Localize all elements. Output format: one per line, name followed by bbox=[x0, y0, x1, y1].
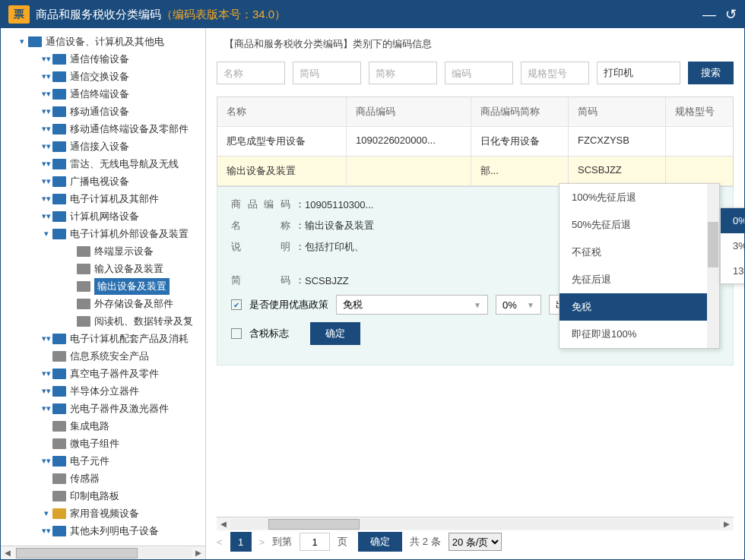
scroll-right-icon[interactable]: ► bbox=[192, 547, 205, 558]
tree-node[interactable]: ▾▾电子计算机及其部件 bbox=[1, 190, 205, 207]
tree-node[interactable]: ▾家用音视频设备 bbox=[1, 505, 205, 522]
dropdown-item[interactable]: 免税 bbox=[560, 293, 719, 321]
search-spec-input[interactable] bbox=[521, 62, 589, 84]
search-button[interactable]: 搜索 bbox=[688, 62, 734, 84]
dropdown-item[interactable]: 13% bbox=[721, 258, 744, 283]
tree-node[interactable]: ▾▾通信接入设备 bbox=[1, 138, 205, 155]
tree-node[interactable]: 信息系统安全产品 bbox=[1, 347, 205, 365]
tree-node[interactable]: ▾通信设备、计算机及其他电 bbox=[1, 33, 205, 50]
toggle-icon[interactable]: ▾▾ bbox=[40, 334, 52, 343]
rate-select[interactable]: 0%▼ bbox=[496, 295, 541, 315]
scroll-left-icon[interactable]: ◄ bbox=[217, 518, 230, 530]
pager-current[interactable]: 1 bbox=[230, 532, 252, 552]
dropdown-item[interactable]: 0% bbox=[721, 208, 744, 233]
tree-node[interactable]: ▾▾移动通信设备 bbox=[1, 103, 205, 120]
toggle-icon[interactable]: ▾▾ bbox=[40, 526, 52, 536]
toggle-icon[interactable]: ▾ bbox=[40, 508, 52, 518]
table-header: 名称 商品编码 商品编码简称 简码 规格型号 bbox=[217, 97, 733, 127]
minimize-icon[interactable]: — bbox=[702, 7, 716, 23]
tree-node[interactable]: 阅读机、数据转录及复 bbox=[1, 312, 205, 330]
toggle-icon[interactable]: ▾▾ bbox=[40, 211, 52, 221]
dropdown-item[interactable]: 50%先征后退 bbox=[560, 211, 719, 239]
toggle-icon[interactable]: ▾▾ bbox=[40, 54, 52, 64]
toggle-icon[interactable]: ▾▾ bbox=[40, 176, 52, 186]
search-name-input[interactable] bbox=[217, 62, 285, 84]
toggle-icon[interactable]: ▾▾ bbox=[40, 106, 52, 116]
toggle-icon[interactable]: ▾▾ bbox=[40, 403, 52, 413]
toggle-icon[interactable]: ▾▾ bbox=[40, 124, 52, 134]
sidebar-scrollbar[interactable]: ◄ ► bbox=[1, 546, 205, 559]
search-code-input[interactable] bbox=[445, 62, 513, 84]
toggle-icon[interactable]: ▾▾ bbox=[40, 369, 52, 378]
pager-confirm-button[interactable]: 确定 bbox=[358, 532, 402, 552]
dropdown-item[interactable]: 100%先征后退 bbox=[560, 184, 719, 211]
tree-node[interactable]: ▾▾其他未列明电子设备 bbox=[1, 522, 205, 539]
tree-node[interactable]: ▾▾光电子器件及激光器件 bbox=[1, 400, 205, 417]
pager-prev-icon[interactable]: < bbox=[217, 536, 223, 548]
scroll-left-icon[interactable]: ◄ bbox=[1, 547, 14, 558]
dropdown-item[interactable]: 先征后退 bbox=[560, 266, 719, 293]
dropdown-scrollbar[interactable] bbox=[707, 184, 719, 348]
toggle-icon[interactable]: ▾▾ bbox=[40, 71, 52, 81]
tax-flag-checkbox[interactable] bbox=[231, 328, 242, 339]
tree-node[interactable]: ▾▾通信终端设备 bbox=[1, 85, 205, 103]
pager-pagesize-select[interactable]: 20 条/页 bbox=[449, 533, 502, 551]
search-keyword-input[interactable] bbox=[597, 62, 680, 84]
tree-node[interactable]: 输入设备及装置 bbox=[1, 260, 205, 277]
detail-confirm-button[interactable]: 确定 bbox=[310, 322, 360, 345]
detail-simple: SCSBJZZ bbox=[305, 275, 349, 286]
dropdown-item[interactable]: 不征税 bbox=[560, 239, 719, 266]
tree-node[interactable]: 传感器 bbox=[1, 470, 205, 487]
tree-node[interactable]: ▾▾真空电子器件及零件 bbox=[1, 365, 205, 382]
scroll-right-icon[interactable]: ► bbox=[720, 518, 734, 530]
search-simple-input[interactable] bbox=[293, 62, 361, 84]
tree-node[interactable]: ▾▾广播电视设备 bbox=[1, 172, 205, 190]
use-policy-checkbox[interactable]: ✔ bbox=[231, 299, 242, 310]
toggle-icon[interactable]: ▾▾ bbox=[40, 89, 52, 99]
tree-node[interactable]: ▾▾电子计算机配套产品及消耗 bbox=[1, 330, 205, 347]
tree-node[interactable]: ▾▾通信传输设备 bbox=[1, 50, 205, 68]
tree-node[interactable]: ▾电子计算机外部设备及装置 bbox=[1, 225, 205, 242]
folder-icon bbox=[52, 526, 66, 536]
col-code: 商品编码 bbox=[347, 97, 471, 127]
tree-label: 集成电路 bbox=[70, 419, 109, 433]
folder-icon bbox=[52, 386, 66, 397]
toggle-icon[interactable]: ▾▾ bbox=[40, 386, 52, 396]
tree-node[interactable]: 输出设备及装置 bbox=[1, 277, 205, 295]
dropdown-item[interactable]: 即征即退100% bbox=[560, 321, 719, 348]
tree-label: 半导体分立器件 bbox=[70, 384, 139, 398]
tree-node[interactable]: ▾▾电子元件 bbox=[1, 452, 205, 470]
tree-label: 其他未列明电子设备 bbox=[70, 524, 159, 538]
policy-dropdown[interactable]: 100%先征后退50%先征后退不征税先征后退免税即征即退100% bbox=[559, 183, 720, 349]
back-icon[interactable]: ↺ bbox=[725, 6, 737, 23]
category-tree[interactable]: ▾通信设备、计算机及其他电▾▾通信传输设备▾▾通信交换设备▾▾通信终端设备▾▾移… bbox=[1, 28, 205, 546]
tree-node[interactable]: 印制电路板 bbox=[1, 487, 205, 505]
tree-node[interactable]: ▾▾通信交换设备 bbox=[1, 68, 205, 85]
toggle-icon[interactable]: ▾▾ bbox=[40, 456, 52, 466]
scroll-thumb[interactable] bbox=[268, 519, 360, 530]
main-scrollbar[interactable]: ◄ ► bbox=[217, 517, 734, 530]
table-row[interactable]: 输出设备及装置部...SCSBJZZ bbox=[217, 157, 733, 186]
toggle-icon[interactable]: ▾ bbox=[16, 36, 28, 46]
scroll-thumb[interactable] bbox=[16, 548, 138, 558]
tree-node[interactable]: 外存储设备及部件 bbox=[1, 295, 205, 312]
toggle-icon[interactable]: ▾ bbox=[40, 229, 52, 239]
tree-node[interactable]: ▾▾移动通信终端设备及零部件 bbox=[1, 120, 205, 138]
tree-node[interactable]: 微电子组件 bbox=[1, 435, 205, 452]
search-abbr-input[interactable] bbox=[369, 62, 437, 84]
dropdown-item[interactable]: 3% bbox=[721, 233, 744, 258]
detail-code-label: 商品编码 bbox=[231, 198, 290, 211]
policy-select[interactable]: 免税▼ bbox=[336, 295, 488, 315]
rate-dropdown[interactable]: 0%3%13% bbox=[720, 207, 744, 284]
table-row[interactable]: 肥皂成型专用设备1090226020000...日化专用设备FZCXZYSB bbox=[217, 127, 733, 157]
pager-goto-input[interactable] bbox=[300, 533, 330, 551]
tree-node[interactable]: 终端显示设备 bbox=[1, 242, 205, 260]
toggle-icon[interactable]: ▾▾ bbox=[40, 141, 52, 151]
toggle-icon[interactable]: ▾▾ bbox=[40, 194, 52, 204]
tree-node[interactable]: ▾▾计算机网络设备 bbox=[1, 207, 205, 225]
tree-node[interactable]: ▾▾半导体分立器件 bbox=[1, 382, 205, 400]
tree-node[interactable]: 集成电路 bbox=[1, 417, 205, 435]
toggle-icon[interactable]: ▾▾ bbox=[40, 159, 52, 169]
tree-node[interactable]: ▾▾雷达、无线电导航及无线 bbox=[1, 155, 205, 172]
pager-next-icon[interactable]: > bbox=[259, 536, 265, 548]
